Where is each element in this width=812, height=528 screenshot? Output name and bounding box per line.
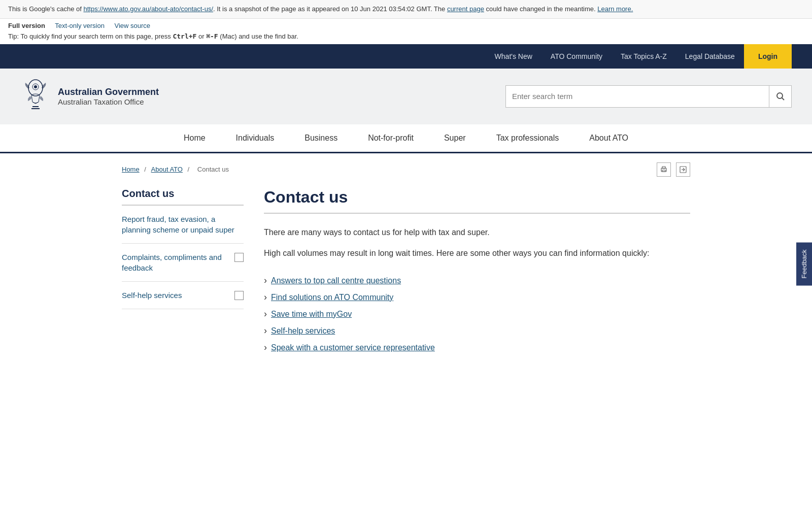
view-source-link[interactable]: View source [115, 22, 151, 29]
list-item: Find solutions on ATO Community [264, 289, 690, 306]
feedback-tab[interactable]: Feedback [796, 242, 812, 285]
list-item: Self-help services [264, 322, 690, 339]
breadcrumb-current: Contact us [197, 166, 229, 173]
nav-tax-professionals[interactable]: Tax professionals [481, 124, 574, 152]
sidebar: Contact us Report fraud, tax evasion, a … [122, 188, 244, 356]
svg-rect-4 [31, 108, 40, 109]
link-customer-service-rep[interactable]: Speak with a customer service representa… [271, 343, 435, 352]
top-nav-whats-new[interactable]: What's New [486, 44, 542, 69]
page-title: Contact us [264, 188, 690, 214]
link-self-help-services[interactable]: Self-help services [271, 326, 335, 336]
sidebar-link-complaints[interactable]: Complaints, compliments and feedback [122, 252, 234, 273]
share-icon-btn[interactable] [676, 162, 690, 177]
breadcrumb: Home / About ATO / Contact us [122, 166, 232, 173]
search-area [505, 85, 792, 108]
breadcrumb-sep-2: / [188, 166, 191, 173]
search-input[interactable] [505, 85, 769, 108]
breadcrumb-row: Home / About ATO / Contact us [122, 153, 690, 183]
print-icon-btn[interactable] [657, 162, 671, 177]
top-nav: What's New ATO Community Tax Topics A-Z … [0, 44, 812, 69]
breadcrumb-about-ato[interactable]: About ATO [151, 166, 183, 173]
page-wrapper: Home / About ATO / Contact us [101, 153, 710, 356]
nav-super[interactable]: Super [429, 124, 481, 152]
sidebar-item-report-fraud[interactable]: Report fraud, tax evasion, a planning sc… [122, 206, 244, 244]
link-ato-community[interactable]: Find solutions on ATO Community [271, 293, 393, 302]
list-item: Save time with myGov [264, 306, 690, 322]
svg-rect-3 [32, 106, 39, 107]
current-page-link[interactable]: current page [447, 5, 484, 13]
cache-text-after: . It is a snapshot of the page as it app… [213, 5, 447, 13]
print-icon [660, 166, 667, 173]
breadcrumb-actions [657, 162, 690, 177]
site-header: Australian Government Australian Taxatio… [0, 69, 812, 124]
login-button[interactable]: Login [744, 44, 792, 69]
main-content: Contact us There are many ways to contac… [264, 188, 690, 356]
share-icon [680, 166, 687, 173]
svg-point-2 [34, 85, 37, 88]
links-list: Answers to top call centre questions Fin… [264, 272, 690, 356]
intro-text: There are many ways to contact us for he… [264, 226, 690, 239]
full-version-label: Full version [8, 22, 45, 29]
breadcrumb-home[interactable]: Home [122, 166, 140, 173]
sidebar-link-self-help[interactable]: Self-help services [122, 290, 182, 301]
cache-url-link[interactable]: https://www.ato.gov.au/about-ato/contact… [83, 5, 213, 13]
nav-not-for-profit[interactable]: Not-for-profit [353, 124, 429, 152]
logo-text: Australian Government Australian Taxatio… [58, 87, 159, 106]
top-nav-legal-database[interactable]: Legal Database [676, 44, 744, 69]
svg-point-5 [777, 93, 783, 98]
top-nav-tax-topics[interactable]: Tax Topics A-Z [612, 44, 676, 69]
ato-name: Australian Taxation Office [58, 97, 159, 106]
link-save-time-mygov[interactable]: Save time with myGov [271, 310, 352, 319]
svg-rect-9 [662, 170, 665, 172]
svg-line-6 [782, 97, 784, 100]
sidebar-link-report-fraud[interactable]: Report fraud, tax evasion, a planning sc… [122, 214, 244, 235]
logo-area: Australian Government Australian Taxatio… [20, 79, 159, 114]
learn-more-link[interactable]: Learn more. [597, 5, 633, 13]
complaints-checkbox[interactable] [234, 253, 244, 262]
nav-business[interactable]: Business [289, 124, 353, 152]
version-bar: Full version Text-only version View sour… [0, 19, 812, 31]
gov-name: Australian Government [58, 87, 159, 97]
nav-individuals[interactable]: Individuals [221, 124, 290, 152]
content-layout: Contact us Report fraud, tax evasion, a … [122, 183, 690, 356]
cache-bar: This is Google's cache of https://www.at… [0, 0, 812, 19]
search-icon [776, 92, 785, 101]
top-nav-ato-community[interactable]: ATO Community [542, 44, 612, 69]
cache-text-end: could have changed in the meantime. [484, 5, 597, 13]
ato-crest-icon [20, 79, 51, 114]
tip-text: Tip: To quickly find your search term on… [8, 32, 298, 40]
nav-home[interactable]: Home [168, 124, 221, 152]
sidebar-item-self-help[interactable]: Self-help services [122, 282, 244, 309]
search-button[interactable] [769, 85, 792, 108]
nav-about-ato[interactable]: About ATO [574, 124, 644, 152]
sidebar-title: Contact us [122, 188, 244, 206]
list-item: Answers to top call centre questions [264, 272, 690, 289]
tip-bar: Tip: To quickly find your search term on… [0, 31, 812, 44]
cache-text-before: This is Google's cache of [8, 5, 83, 13]
self-help-checkbox[interactable] [234, 291, 244, 300]
sidebar-item-complaints[interactable]: Complaints, compliments and feedback [122, 244, 244, 282]
text-only-link[interactable]: Text-only version [55, 22, 105, 29]
link-top-call-centre[interactable]: Answers to top call centre questions [271, 276, 401, 285]
warning-text: High call volumes may result in long wai… [264, 247, 690, 260]
list-item: Speak with a customer service representa… [264, 339, 690, 356]
breadcrumb-sep-1: / [144, 166, 148, 173]
main-nav: Home Individuals Business Not-for-profit… [0, 124, 812, 153]
